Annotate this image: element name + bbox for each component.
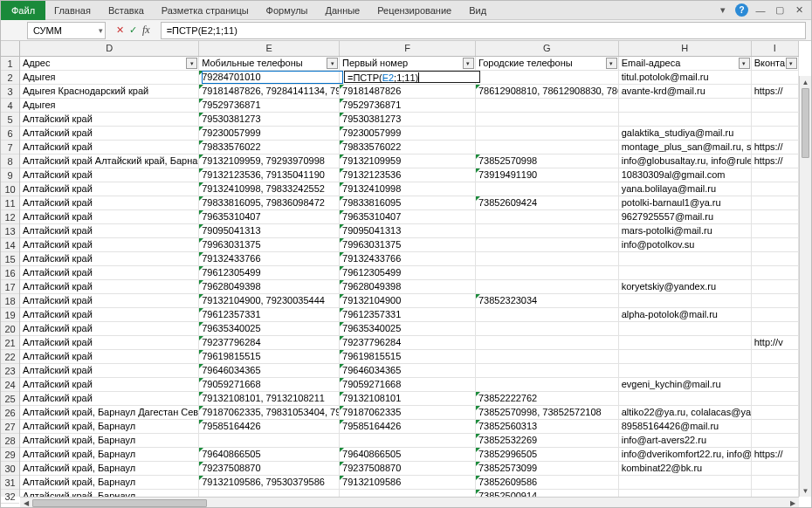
cell-D23[interactable]: Алтайский край [20, 364, 199, 377]
cell-H9[interactable]: 10830309al@gmail.com [619, 168, 752, 182]
cell-E4[interactable]: 79529736871 [199, 99, 340, 112]
cell-D25[interactable]: Алтайский край [20, 392, 199, 405]
row-header-25[interactable]: 25 [1, 392, 19, 406]
cell-H27[interactable]: 89585164426@mail.ru [619, 420, 752, 433]
header-cell-H[interactable]: Email-адреса▾ [619, 57, 752, 70]
filter-dropdown-icon[interactable]: ▾ [739, 58, 750, 69]
cell-H23[interactable] [619, 364, 752, 377]
cell-G6[interactable] [476, 127, 619, 140]
col-header-G[interactable]: G [476, 41, 619, 56]
menu-review[interactable]: Рецензирование [368, 3, 460, 18]
menu-formulas[interactable]: Формулы [258, 3, 317, 18]
cell-H7[interactable]: montage_plus_san@mail.ru, su [619, 141, 752, 154]
hscroll-thumb[interactable] [32, 499, 207, 507]
cell-I12[interactable] [752, 210, 799, 223]
row-header-5[interactable]: 5 [1, 113, 19, 127]
cell-H22[interactable] [619, 350, 752, 363]
cell-H3[interactable]: avante-krd@mail.ru [619, 85, 752, 98]
cell-G9[interactable]: 73919491190 [476, 168, 619, 182]
window-restore-icon[interactable]: ▢ [773, 3, 787, 17]
vscroll-thumb[interactable] [802, 88, 809, 158]
cell-G14[interactable] [476, 238, 619, 251]
cell-E19[interactable]: 79612357331 [199, 308, 340, 321]
cell-H11[interactable]: potolki-barnaul1@ya.ru [619, 196, 752, 209]
filter-dropdown-icon[interactable]: ▾ [463, 58, 474, 69]
row-header-29[interactable]: 29 [1, 448, 19, 462]
cell-D18[interactable]: Алтайский край [20, 294, 199, 307]
cell-F28[interactable] [340, 434, 476, 447]
cell-G28[interactable]: 73852532269 [476, 434, 619, 447]
filter-dropdown-icon[interactable]: ▾ [786, 58, 797, 69]
filter-dropdown-icon[interactable]: ▾ [327, 58, 338, 69]
cell-D31[interactable]: Алтайский край, Барнаул [20, 476, 199, 489]
cell-E31[interactable]: 79132109586, 79530379586 [199, 476, 340, 489]
cell-F4[interactable]: 79529736871 [340, 99, 476, 112]
col-header-I[interactable]: I [752, 41, 799, 56]
cell-I14[interactable] [752, 238, 799, 251]
cell-H21[interactable] [619, 336, 752, 349]
cell-D2[interactable]: Адыгея [20, 71, 199, 84]
row-header-32[interactable]: 32 [1, 490, 19, 504]
cell-G20[interactable] [476, 322, 619, 335]
cell-I7[interactable]: https:// [752, 141, 799, 154]
menu-view[interactable]: Вид [460, 3, 495, 18]
row-header-4[interactable]: 4 [1, 99, 19, 113]
cell-H8[interactable]: info@globusaltay.ru, info@rule [619, 154, 752, 168]
cell-E29[interactable]: 79640866505 [199, 448, 340, 461]
cell-D6[interactable]: Алтайский край [20, 127, 199, 140]
cell-F11[interactable]: 79833816095 [340, 196, 476, 209]
cell-E18[interactable]: 79132104900, 79230035444 [199, 294, 340, 307]
fx-icon[interactable]: fx [142, 24, 150, 37]
cell-E17[interactable]: 79628049398 [199, 280, 340, 293]
vertical-scrollbar[interactable]: ▲ ▼ [799, 76, 811, 497]
row-header-8[interactable]: 8 [1, 154, 19, 168]
cell-G19[interactable] [476, 308, 619, 321]
cell-F13[interactable]: 79095041313 [340, 224, 476, 237]
cell-G5[interactable] [476, 113, 619, 126]
cell-F23[interactable]: 79646034365 [340, 364, 476, 377]
row-header-14[interactable]: 14 [1, 238, 19, 252]
cell-H31[interactable] [619, 476, 752, 489]
cell-D19[interactable]: Алтайский край [20, 308, 199, 321]
cell-G26[interactable]: 73852570998, 73852572108 [476, 406, 619, 419]
row-header-11[interactable]: 11 [1, 196, 19, 210]
cell-F20[interactable]: 79635340025 [340, 322, 476, 335]
cell-E23[interactable]: 79646034365 [199, 364, 340, 377]
cell-D14[interactable]: Алтайский край [20, 238, 199, 251]
cell-H24[interactable]: evgeni_kychin@mail.ru [619, 378, 752, 391]
cell-E15[interactable]: 79132433766 [199, 252, 340, 265]
cell-E30[interactable]: 79237508870 [199, 462, 340, 475]
row-header-23[interactable]: 23 [1, 364, 19, 378]
row-header-22[interactable]: 22 [1, 350, 19, 364]
row-header-15[interactable]: 15 [1, 252, 19, 266]
cell-I28[interactable] [752, 434, 799, 447]
cell-E28[interactable] [199, 434, 340, 447]
cell-D24[interactable]: Алтайский край [20, 378, 199, 391]
row-header-24[interactable]: 24 [1, 378, 19, 392]
select-all-corner[interactable] [1, 41, 20, 57]
cell-E5[interactable]: 79530381273 [199, 113, 340, 126]
cell-E12[interactable]: 79635310407 [199, 210, 340, 223]
cell-G3[interactable]: 78612908810, 78612908830, 7861 [476, 85, 619, 98]
cell-G27[interactable]: 73852560313 [476, 420, 619, 433]
cell-H18[interactable] [619, 294, 752, 307]
cell-G32[interactable]: 73852500914 [476, 490, 619, 497]
cell-E14[interactable]: 79963031375 [199, 238, 340, 251]
cell-F5[interactable]: 79530381273 [340, 113, 476, 126]
cell-D7[interactable]: Алтайский край [20, 141, 199, 154]
cell-I24[interactable] [752, 378, 799, 391]
cell-E10[interactable]: 79132410998, 79833242552 [199, 182, 340, 196]
name-box[interactable]: СУММ ▾ [27, 22, 106, 39]
cell-H19[interactable]: alpha-potolok@mail.ru [619, 308, 752, 321]
header-cell-E[interactable]: Мобильные телефоны▾ [199, 57, 340, 70]
col-header-H[interactable]: H [619, 41, 752, 56]
cell-I9[interactable] [752, 168, 799, 182]
row-header-6[interactable]: 6 [1, 127, 19, 141]
row-header-31[interactable]: 31 [1, 476, 19, 490]
row-header-20[interactable]: 20 [1, 322, 19, 336]
cell-I22[interactable] [752, 350, 799, 363]
scroll-left-icon[interactable]: ◀ [20, 498, 32, 508]
cell-F30[interactable]: 79237508870 [340, 462, 476, 475]
cell-F24[interactable]: 79059271668 [340, 378, 476, 391]
header-cell-F[interactable]: Первый номер▾ [340, 57, 476, 70]
